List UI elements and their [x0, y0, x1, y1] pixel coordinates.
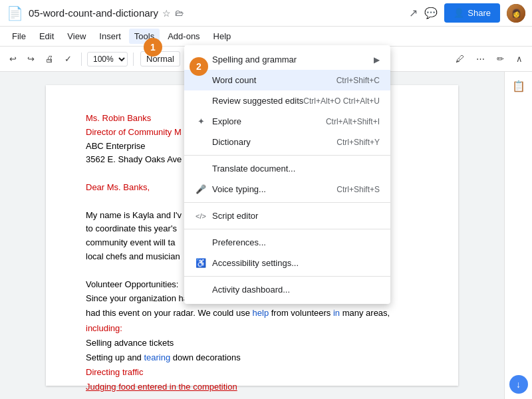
- accessibility-label: Accessibility settings...: [212, 258, 299, 268]
- doc-para1-line3: community event will ta: [86, 237, 175, 247]
- doc-item-3: Directing traffic: [86, 365, 418, 380]
- explore-icon: ✦: [195, 116, 207, 126]
- doc-help: help: [253, 308, 269, 318]
- tools-dropdown-menu: Spelling and grammar ▶ Word count Ctrl+S…: [184, 45, 390, 304]
- chevron-up-icon[interactable]: ∧: [512, 51, 527, 66]
- right-panel: 📋 ↓: [504, 72, 532, 399]
- menu-view[interactable]: View: [62, 29, 91, 44]
- folder-icon[interactable]: 🗁: [175, 8, 184, 18]
- menu-option-spelling[interactable]: Spelling and grammar ▶: [184, 49, 390, 70]
- voice-label: Voice typing...: [212, 184, 266, 194]
- share-button[interactable]: 👤 Share: [444, 3, 500, 23]
- doc-including: including:: [86, 323, 122, 333]
- pen-icon[interactable]: 🖊: [452, 51, 468, 66]
- voice-shortcut: Ctrl+Shift+S: [336, 185, 380, 194]
- step-2-label: 2: [196, 61, 201, 72]
- step-2-indicator: 2: [190, 57, 208, 76]
- spelling-arrow: ▶: [374, 55, 380, 65]
- doc-type-icon: 📄: [7, 5, 23, 21]
- doc-item-1: Selling advance tickets: [86, 336, 418, 350]
- menu-option-dictionary[interactable]: Dictionary Ctrl+Shift+Y: [184, 132, 390, 152]
- panel-bottom: ↓: [509, 375, 528, 394]
- doc-para1-line2: to coordinate this year's: [86, 223, 177, 233]
- menu-divider-2: [184, 202, 390, 203]
- explore-label: Explore: [212, 116, 241, 126]
- menu-option-explore[interactable]: ✦ Explore Ctrl+Alt+Shift+I: [184, 111, 390, 132]
- doc-in-2: in: [333, 308, 340, 318]
- step-1-indicator: 1: [144, 38, 162, 57]
- doc-item-2: Setting up and tearing down decorations: [86, 350, 418, 365]
- menu-edit[interactable]: Edit: [34, 29, 59, 44]
- scroll-to-bottom-button[interactable]: ↓: [509, 375, 528, 394]
- trending-icon[interactable]: ↗: [409, 7, 418, 19]
- toolbar-divider-1: [81, 53, 82, 66]
- toolbar-divider-2: [133, 53, 134, 66]
- panel-icon-1[interactable]: 📋: [509, 77, 528, 95]
- doc-item-4: Judging food entered in the competition: [86, 380, 418, 394]
- script-icon: </>: [195, 212, 207, 220]
- activity-label: Activity dashboard...: [212, 285, 290, 295]
- share-label: Share: [467, 8, 491, 18]
- spelling-label: Spelling and grammar: [212, 55, 297, 65]
- menu-option-script[interactable]: </> Script editor: [184, 205, 390, 226]
- spellcheck-button[interactable]: ✓: [61, 51, 76, 66]
- menu-insert[interactable]: Insert: [94, 29, 126, 44]
- menu-divider-3: [184, 229, 390, 229]
- review-label: Review suggested edits: [212, 96, 303, 106]
- menu-option-review[interactable]: Review suggested edits Ctrl+Alt+O Ctrl+A…: [184, 90, 390, 111]
- menu-option-activity[interactable]: Activity dashboard...: [184, 279, 390, 300]
- menu-file[interactable]: File: [7, 29, 31, 44]
- accessibility-icon: ♿: [195, 258, 207, 268]
- doc-title[interactable]: 05-word-count-and-dictionary: [29, 7, 158, 19]
- print-button[interactable]: 🖨: [41, 51, 58, 66]
- doc-para1-text: My name is Kayla and I'v: [86, 210, 182, 220]
- undo-button[interactable]: ↩: [5, 51, 21, 66]
- dictionary-label: Dictionary: [212, 137, 251, 147]
- menu-divider-1: [184, 155, 390, 156]
- prefs-label: Preferences...: [212, 237, 266, 247]
- comment-icon[interactable]: 💬: [424, 7, 438, 19]
- menu-option-translate[interactable]: Translate document...: [184, 158, 390, 179]
- menu-divider-4: [184, 276, 390, 277]
- dictionary-shortcut: Ctrl+Shift+Y: [336, 138, 380, 147]
- wordcount-label: Word count: [212, 75, 256, 85]
- wordcount-shortcut: Ctrl+Shift+C: [336, 76, 380, 85]
- menu-option-prefs[interactable]: Preferences...: [184, 232, 390, 253]
- redo-button[interactable]: ↪: [23, 51, 39, 66]
- title-right: ↗ 💬 👤 Share 👩: [409, 3, 525, 23]
- pencil-icon[interactable]: ✏: [493, 51, 508, 66]
- star-icon[interactable]: ☆: [162, 8, 171, 19]
- avatar-image: 👩: [507, 4, 525, 23]
- zoom-select[interactable]: 100%: [87, 52, 128, 66]
- menu-bar: File Edit View Insert Tools Add-ons Help: [0, 27, 532, 47]
- doc-items: Selling advance tickets Setting up and t…: [86, 336, 418, 394]
- menu-option-accessibility[interactable]: ♿ Accessibility settings...: [184, 253, 390, 273]
- menu-addons[interactable]: Add-ons: [162, 29, 205, 44]
- review-shortcut: Ctrl+Alt+O Ctrl+Alt+U: [303, 96, 380, 106]
- share-icon: 👤: [454, 8, 464, 18]
- title-icons: ☆ 🗁: [162, 8, 184, 19]
- toolbar-right: 🖊 ⋯ ✏ ∧: [452, 51, 527, 66]
- script-label: Script editor: [212, 211, 258, 221]
- step-1-label: 1: [150, 42, 156, 53]
- avatar[interactable]: 👩: [507, 4, 525, 23]
- doc-tearing: tearing: [144, 352, 170, 362]
- translate-label: Translate document...: [212, 164, 295, 174]
- explore-shortcut: Ctrl+Alt+Shift+I: [326, 117, 380, 126]
- voice-icon: 🎤: [195, 184, 207, 194]
- title-bar: 📄 05-word-count-and-dictionary ☆ 🗁 ↗ 💬 👤…: [0, 0, 532, 27]
- menu-help[interactable]: Help: [208, 29, 237, 44]
- doc-para1-line4: local chefs and musician: [86, 251, 180, 261]
- menu-option-wordcount[interactable]: Word count Ctrl+Shift+C: [184, 70, 390, 90]
- menu-option-voice[interactable]: 🎤 Voice typing... Ctrl+Shift+S: [184, 179, 390, 200]
- more-options-button[interactable]: ⋯: [472, 51, 489, 66]
